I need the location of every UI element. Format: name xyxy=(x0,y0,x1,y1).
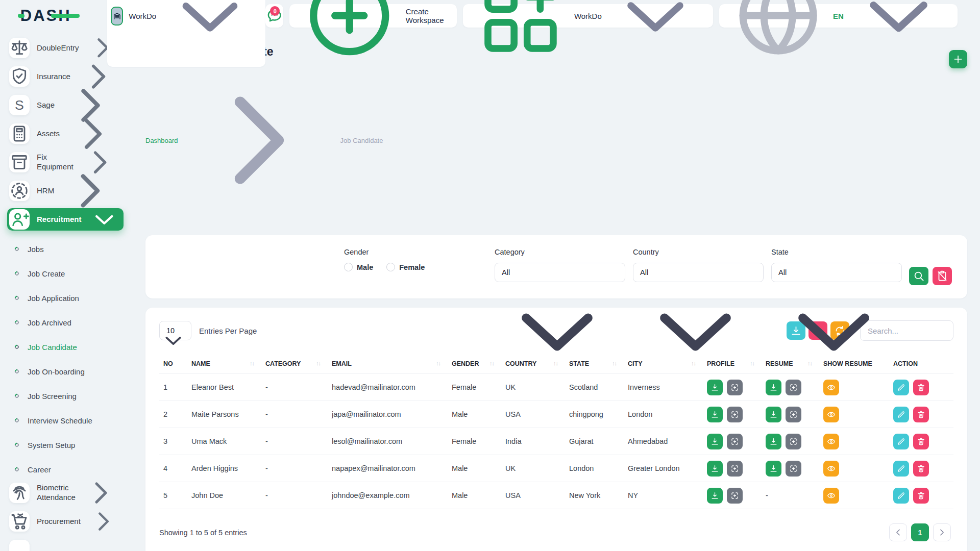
sidebar-subitem-label: Interview Schedule xyxy=(28,416,92,425)
cell-category: - xyxy=(261,482,328,509)
profile-scan-button[interactable] xyxy=(727,461,743,477)
sidebar-subitem-jobs[interactable]: Jobs xyxy=(7,237,124,261)
logo[interactable]: DASH xyxy=(0,7,92,25)
sidebar-subitem-label: Jobs xyxy=(28,245,44,254)
language-label: EN xyxy=(833,12,844,20)
resume-download-button[interactable] xyxy=(766,407,781,422)
edit-button[interactable] xyxy=(893,488,909,504)
profile-download-button[interactable] xyxy=(707,407,723,422)
bullet-icon xyxy=(14,368,19,374)
cell-category: - xyxy=(261,455,328,482)
workspace-switcher[interactable]: WorkDo xyxy=(107,0,266,67)
plus-icon xyxy=(952,53,964,65)
show-resume-button[interactable] xyxy=(823,407,839,422)
breadcrumb-dashboard-link[interactable]: Dashboard xyxy=(145,137,178,144)
sidebar-subitem-job-application[interactable]: Job Application xyxy=(7,286,124,310)
cell-action xyxy=(889,401,953,428)
cell-name: Eleanor Best xyxy=(187,374,261,401)
delete-button[interactable] xyxy=(913,407,929,422)
sort-icon[interactable]: ↑↓ xyxy=(489,360,494,366)
messages-button[interactable]: 0 xyxy=(265,4,283,28)
column-header-no: NO xyxy=(159,355,187,374)
column-header-email[interactable]: EMAIL↑↓ xyxy=(328,355,448,374)
profile-download-button[interactable] xyxy=(707,461,723,477)
language-button[interactable]: EN xyxy=(719,4,958,28)
pagination-prev-button[interactable] xyxy=(889,523,907,541)
pagination-next-button[interactable] xyxy=(933,523,951,541)
pagination: 1 xyxy=(889,523,951,541)
resume-download-button[interactable] xyxy=(766,434,781,449)
gender-radio-label: Female xyxy=(399,263,425,271)
create-workspace-button[interactable]: Create Workspace xyxy=(289,4,457,28)
column-label: EMAIL xyxy=(332,360,352,367)
show-resume-button[interactable] xyxy=(823,488,839,504)
sidebar-item-biometric-attendance[interactable]: Biometric Attendance xyxy=(7,482,124,504)
delete-button[interactable] xyxy=(913,434,929,449)
resume-scan-button[interactable] xyxy=(786,461,801,477)
resume-download-button[interactable] xyxy=(766,461,781,477)
profile-scan-button[interactable] xyxy=(727,434,743,449)
resume-scan-button[interactable] xyxy=(786,434,801,449)
app-menu-button[interactable]: WorkDo xyxy=(463,4,713,28)
cell-gender: Male xyxy=(448,455,501,482)
cell-no: 5 xyxy=(159,482,187,509)
chevron-left-icon xyxy=(893,527,903,538)
cell-no: 2 xyxy=(159,401,187,428)
cell-profile xyxy=(703,455,762,482)
reset-filter-button[interactable] xyxy=(933,267,952,285)
sidebar-subitem-job-archived[interactable]: Job Archived xyxy=(7,310,124,335)
pagination-page-1-button[interactable]: 1 xyxy=(911,523,929,541)
sidebar-item-partial[interactable] xyxy=(7,539,124,551)
sidebar-item-label: Recruitment xyxy=(37,215,82,224)
column-header-gender[interactable]: GENDER↑↓ xyxy=(448,355,501,374)
search-icon xyxy=(912,269,925,283)
sidebar-subitem-interview-schedule[interactable]: Interview Schedule xyxy=(7,408,124,433)
sidebar-subitem-job-create[interactable]: Job Create xyxy=(7,261,124,286)
cell-resume xyxy=(762,401,819,428)
apply-filter-button[interactable] xyxy=(909,267,928,285)
delete-button[interactable] xyxy=(913,488,929,504)
sort-icon[interactable]: ↑↓ xyxy=(316,360,321,366)
create-workspace-label: Create Workspace xyxy=(406,7,448,24)
cell-no: 1 xyxy=(159,374,187,401)
sidebar-subitem-job-on-boarding[interactable]: Job On-boarding xyxy=(7,359,124,384)
country-select[interactable]: All xyxy=(633,263,764,282)
sidebar-item-hrm[interactable]: HRM xyxy=(7,180,124,202)
grid-icon xyxy=(472,0,570,65)
bullet-icon xyxy=(14,246,19,252)
profile-scan-button[interactable] xyxy=(727,488,743,504)
show-resume-button[interactable] xyxy=(823,461,839,477)
breadcrumb-current: Job Candidate xyxy=(340,137,383,144)
cell-name: Maite Parsons xyxy=(187,401,261,428)
edit-button[interactable] xyxy=(893,407,909,422)
profile-download-button[interactable] xyxy=(707,488,723,504)
state-select[interactable]: All xyxy=(771,263,902,282)
column-header-category[interactable]: CATEGORY↑↓ xyxy=(261,355,328,374)
entries-per-page-select[interactable]: 10 xyxy=(159,321,191,340)
gender-radio-female[interactable]: Female xyxy=(386,263,425,271)
sidebar-subitem-job-candidate[interactable]: Job Candidate xyxy=(7,335,124,359)
profile-download-button[interactable] xyxy=(707,434,723,449)
table-row: 3 Uma Mack - lesol@mailinator.com Female… xyxy=(159,428,953,455)
profile-scan-button[interactable] xyxy=(727,407,743,422)
add-candidate-button[interactable] xyxy=(949,50,967,68)
edit-button[interactable] xyxy=(893,461,909,477)
delete-button[interactable] xyxy=(913,380,929,395)
show-resume-button[interactable] xyxy=(823,434,839,449)
edit-button[interactable] xyxy=(893,434,909,449)
column-label: ACTION xyxy=(893,360,918,367)
sidebar-subitem-system-setup[interactable]: System Setup xyxy=(7,433,124,457)
cell-no: 3 xyxy=(159,428,187,455)
sidebar-item-procurement[interactable]: Procurement xyxy=(7,510,124,533)
category-select[interactable]: All xyxy=(495,263,625,282)
delete-button[interactable] xyxy=(913,461,929,477)
cell-show-resume xyxy=(819,455,889,482)
plus-circle-icon xyxy=(298,0,401,67)
sort-icon[interactable]: ↑↓ xyxy=(436,360,440,366)
sort-icon[interactable]: ↑↓ xyxy=(250,360,254,366)
resume-scan-button[interactable] xyxy=(786,407,801,422)
column-header-name[interactable]: NAME↑↓ xyxy=(187,355,261,374)
gender-radio-male[interactable]: Male xyxy=(344,263,373,271)
sidebar-subitem-job-screening[interactable]: Job Screening xyxy=(7,384,124,408)
category-filter-label: Category xyxy=(495,248,625,256)
